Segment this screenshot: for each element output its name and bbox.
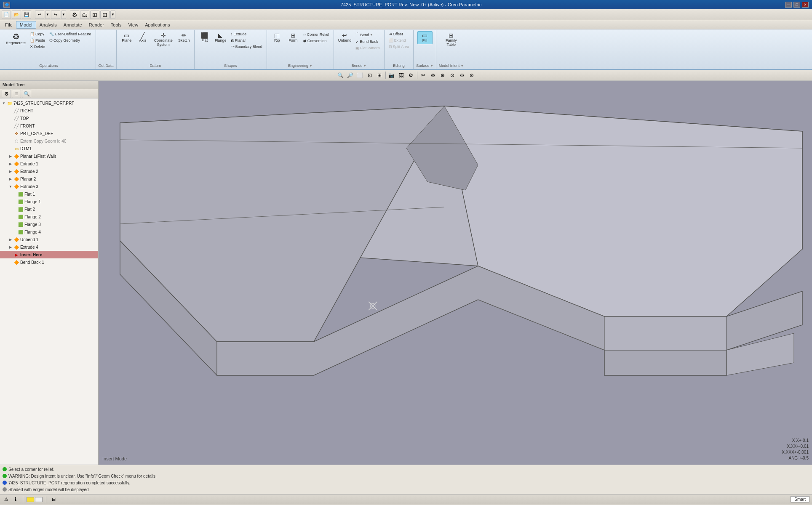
view-tool-14[interactable]: ⊛	[467, 71, 476, 80]
flat-pattern-icon: ▣	[355, 46, 359, 50]
offset-button[interactable]: ⇥ Offset	[387, 31, 411, 37]
tree-item-front[interactable]: ╱╱ FRONT	[0, 122, 98, 130]
toolbar-btn-3[interactable]: ⊞	[90, 11, 99, 19]
tree-item-top[interactable]: ╱╱ TOP	[0, 114, 98, 122]
copy-button[interactable]: 📋 Copy	[28, 31, 47, 37]
tree-item-csys[interactable]: ✛ PRT_CSYS_DEF	[0, 130, 98, 137]
view-tool-4[interactable]: ⊡	[365, 71, 374, 80]
tree-item-flange4[interactable]: 🟩 Flange 4	[0, 228, 98, 236]
tree-item-bend-back1[interactable]: 🔶 Bend Back 1	[0, 258, 98, 266]
bend-back-button[interactable]: ↙ Bend Back	[354, 39, 382, 45]
tree-search-button[interactable]: 🔍	[22, 90, 31, 98]
flat-button[interactable]: ⬛ Flat	[197, 31, 212, 44]
delete-button[interactable]: ✕ Delete	[28, 44, 47, 50]
tree-item-root[interactable]: ▼ 📁 7425_STRUCTURE_PORT.PRT	[0, 99, 98, 107]
fill-button[interactable]: ▭ Fill	[417, 31, 433, 44]
extrude-button[interactable]: ↑ Extrude	[229, 31, 264, 37]
form-button[interactable]: ⊞ Form	[286, 31, 301, 44]
restore-button[interactable]: ✕	[802, 2, 809, 8]
family-table-button[interactable]: ⊞ FamilyTable	[442, 31, 460, 48]
save-button[interactable]: 💾	[22, 11, 31, 19]
view-tool-7[interactable]: 🖼	[397, 71, 406, 80]
bottom-icon-2[interactable]: ℹ	[12, 496, 19, 503]
window-controls[interactable]: ─ □ ✕	[785, 2, 809, 8]
tree-item-insert-here[interactable]: ▶ Insert Here	[0, 251, 98, 258]
view-tool-6[interactable]: 📷	[387, 71, 396, 80]
view-tool-3[interactable]: ⬜	[355, 71, 365, 80]
bend-button[interactable]: ⌒ Bend ▼	[354, 31, 382, 38]
view-tool-9[interactable]: ✂	[419, 71, 428, 80]
menu-applications[interactable]: Applications	[142, 21, 173, 28]
regenerate-button[interactable]: ♻ Regenerate	[4, 31, 27, 47]
viewport[interactable]: Insert Mode X X+-0.1 X.XX+-0.01 X.XXX+-0…	[99, 81, 812, 465]
toolbar-btn-4[interactable]: ⊡	[100, 11, 110, 19]
paste-button[interactable]: 📋 Paste	[28, 37, 47, 43]
planar-button[interactable]: ◐ Planar	[229, 37, 264, 43]
planar2-icon: 🔶	[13, 176, 19, 182]
tree-item-unbend1[interactable]: ▶ 🔶 Unbend 1	[0, 236, 98, 243]
color-swatch-white[interactable]	[35, 497, 43, 502]
tree-item-flange3[interactable]: 🟩 Flange 3	[0, 221, 98, 228]
tree-settings-button[interactable]: ⚙	[2, 90, 11, 98]
menu-render[interactable]: Render	[85, 21, 107, 28]
coordinate-system-button[interactable]: ✛ Coordinate System	[151, 31, 176, 48]
view-tool-10[interactable]: ⊗	[428, 71, 438, 80]
tree-item-extrude4[interactable]: ▶ 🔶 Extrude 4	[0, 243, 98, 251]
menu-tools[interactable]: Tools	[107, 21, 125, 28]
split-area-button[interactable]: ⊟ Split Area	[387, 44, 411, 50]
tree-item-extern-copy[interactable]: ⬡ Extern Copy Geom id 40	[0, 137, 98, 145]
undo-button[interactable]: ↩	[35, 11, 44, 19]
plane-button[interactable]: ▭ Plane	[119, 31, 134, 44]
undo-dropdown[interactable]: ▼	[45, 11, 50, 19]
tree-item-planar1[interactable]: ▶ 🔶 Planar 1(First Wall)	[0, 152, 98, 160]
menu-view[interactable]: View	[125, 21, 142, 28]
extend-button[interactable]: ⬜ Extend	[387, 37, 411, 43]
view-tool-12[interactable]: ⊘	[448, 71, 457, 80]
tree-item-flat2[interactable]: 🟩 Flat 2	[0, 205, 98, 213]
boundary-blend-button[interactable]: 〰 Boundary Blend	[229, 44, 264, 50]
color-swatch-yellow[interactable]	[27, 497, 34, 502]
bottom-icon-1[interactable]: ⚠	[3, 496, 10, 503]
toolbar-btn-1[interactable]: ⚙	[70, 11, 79, 19]
tree-item-right[interactable]: ╱╱ RIGHT	[0, 107, 98, 114]
menu-file[interactable]: File	[2, 21, 16, 28]
redo-dropdown[interactable]: ▼	[61, 11, 66, 19]
bottom-icon-3[interactable]: ⊟	[50, 496, 57, 503]
view-tool-11[interactable]: ⊕	[438, 71, 447, 80]
view-tool-8[interactable]: ⚙	[406, 71, 416, 80]
view-tool-5[interactable]: ⊞	[375, 71, 384, 80]
sketch-button[interactable]: ✏ Sketch	[176, 31, 192, 44]
unbend-button[interactable]: ↩ Unbend	[337, 31, 353, 44]
tree-item-flat1[interactable]: 🟩 Flat 1	[0, 190, 98, 198]
tree-item-extrude3[interactable]: ▼ 🔶 Extrude 3	[0, 183, 98, 190]
open-button[interactable]: 📂	[12, 11, 21, 19]
copy-geometry-button[interactable]: ⬡ Copy Geometry	[48, 37, 93, 43]
conversion-button[interactable]: ⇌ Conversion	[302, 38, 331, 44]
user-defined-feature-button[interactable]: 🔧 User-Defined Feature	[48, 31, 93, 37]
delete-icon: ✕	[30, 45, 33, 49]
rip-button[interactable]: ◫ Rip	[270, 31, 285, 44]
toolbar-btn-2[interactable]: 🗂	[80, 11, 89, 19]
view-tool-13[interactable]: ⊙	[457, 71, 467, 80]
tree-item-extrude2[interactable]: ▶ 🔶 Extrude 2	[0, 167, 98, 175]
menu-model[interactable]: Model	[16, 21, 36, 29]
flange-button[interactable]: ◣ Flange	[213, 31, 228, 44]
new-button[interactable]: 📄	[2, 11, 11, 19]
corner-relief-button[interactable]: ⌓ Corner Relief	[302, 31, 331, 37]
redo-button[interactable]: ↪	[51, 11, 60, 19]
tree-item-flange2[interactable]: 🟩 Flange 2	[0, 213, 98, 221]
toolbar-dropdown[interactable]: ▼	[110, 11, 115, 19]
tree-item-extrude1[interactable]: ▶ 🔶 Extrude 1	[0, 160, 98, 167]
flat-pattern-button[interactable]: ▣ Flat Pattern	[354, 45, 382, 51]
view-tool-1[interactable]: 🔍	[336, 71, 345, 80]
tree-columns-button[interactable]: ≡	[12, 90, 21, 98]
axis-button[interactable]: ╱ Axis	[135, 31, 150, 44]
maximize-button[interactable]: □	[793, 2, 800, 8]
tree-item-dtm1[interactable]: ▭ DTM1	[0, 145, 98, 152]
view-tool-2[interactable]: 🔎	[346, 71, 355, 80]
minimize-button[interactable]: ─	[785, 2, 792, 8]
menu-analysis[interactable]: Analysis	[36, 21, 60, 28]
tree-item-flange1[interactable]: 🟩 Flange 1	[0, 198, 98, 205]
tree-item-planar2[interactable]: ▶ 🔶 Planar 2	[0, 175, 98, 183]
menu-annotate[interactable]: Annotate	[60, 21, 85, 28]
